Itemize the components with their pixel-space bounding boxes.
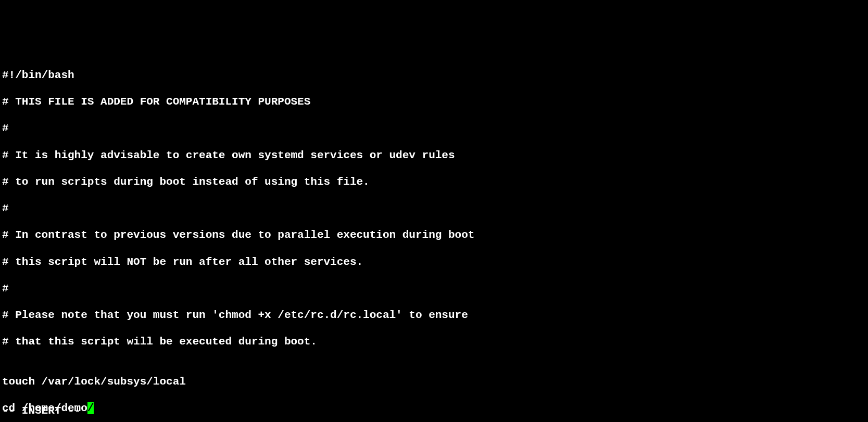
vim-mode-indicator: -- INSERT -- bbox=[2, 404, 81, 418]
code-line: # In contrast to previous versions due t… bbox=[2, 228, 868, 242]
code-line: # that this script will be executed duri… bbox=[2, 335, 868, 349]
cursor-line: cd /home/demo/ bbox=[2, 402, 868, 415]
code-line: # bbox=[2, 122, 868, 135]
code-line: # Please note that you must run 'chmod +… bbox=[2, 309, 868, 322]
terminal-editor[interactable]: #!/bin/bash # THIS FILE IS ADDED FOR COM… bbox=[0, 53, 868, 422]
code-line: # THIS FILE IS ADDED FOR COMPATIBILITY P… bbox=[2, 95, 868, 109]
code-line: # to run scripts during boot instead of … bbox=[2, 175, 868, 189]
code-line: # this script will NOT be run after all … bbox=[2, 255, 868, 269]
code-line: # bbox=[2, 202, 868, 215]
code-line: #!/bin/bash bbox=[2, 69, 868, 82]
cursor: / bbox=[87, 402, 94, 414]
code-line: touch /var/lock/subsys/local bbox=[2, 375, 868, 389]
code-line: # bbox=[2, 282, 868, 296]
code-line: # It is highly advisable to create own s… bbox=[2, 149, 868, 162]
